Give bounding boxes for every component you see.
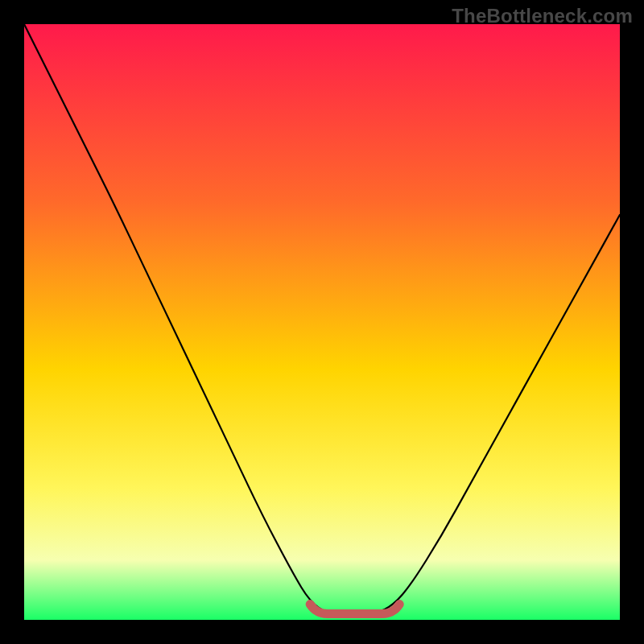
gradient-background <box>24 24 620 620</box>
chart-svg <box>24 24 620 620</box>
plot-area <box>24 24 620 620</box>
chart-frame: TheBottleneck.com <box>0 0 644 644</box>
watermark-text: TheBottleneck.com <box>452 5 633 27</box>
